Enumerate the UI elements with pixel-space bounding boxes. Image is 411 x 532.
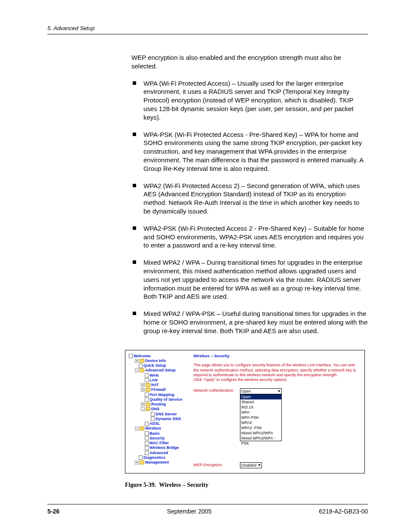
doc-icon — [139, 455, 143, 460]
tree-welcome[interactable]: Welcome — [129, 354, 182, 359]
network-auth-label: Network Authentication: — [193, 388, 240, 393]
bullet-item: Mixed WPA2 / WPA-PSK – Useful during tra… — [131, 309, 368, 335]
select-option[interactable]: 802.1X — [240, 405, 281, 410]
page-number: 5-26 — [47, 508, 59, 515]
tree-device-info[interactable]: +Device Info — [129, 359, 182, 363]
tree-security[interactable]: Security — [129, 436, 182, 441]
header-rule — [47, 34, 368, 34]
tree-adsl[interactable]: ADSL — [129, 421, 182, 426]
bullet-item: WPA (Wi-Fi Protected Access) – Usually u… — [131, 79, 368, 122]
tree-dns[interactable]: –DNS — [129, 407, 182, 411]
bullet-item: WPA2 (Wi-Fi Protected Access 2) – Second… — [131, 182, 368, 216]
folder-icon — [140, 359, 144, 363]
folder-icon — [140, 461, 144, 464]
bullet-item: WPA2-PSK (Wi-Fi Protected Access 2 - Pre… — [131, 224, 368, 250]
chevron-down-icon — [258, 464, 261, 466]
footer-rule — [47, 504, 368, 504]
tree-firewall[interactable]: +Firewall — [129, 387, 182, 392]
expand-icon[interactable]: + — [141, 383, 145, 387]
select-option[interactable]: Open — [240, 394, 281, 399]
page-footer: 5-26 September 2005 6218-A2-GB23-00 — [47, 504, 368, 515]
wep-select[interactable]: Disabled — [240, 462, 262, 468]
tree-qos[interactable]: Quality of Service — [129, 397, 182, 402]
doc-icon — [145, 446, 149, 450]
doc-icon — [145, 393, 149, 397]
tree-advanced[interactable]: Advanced — [129, 451, 182, 455]
tree-mac-filter[interactable]: MAC Filter — [129, 441, 182, 445]
select-option[interactable]: WPA2 — [240, 420, 281, 425]
doc-icon — [145, 397, 149, 402]
panel-title: Wireless -- Security — [193, 354, 361, 359]
tree-nat[interactable]: +NAT — [129, 383, 182, 387]
footer-docid: 6218-A2-GB23-00 — [319, 508, 368, 515]
nav-tree: Welcome +Device Info Quick Setup –Advanc… — [129, 354, 182, 465]
network-auth-row: Network Authentication: Open Open Shared… — [193, 388, 361, 441]
select-option[interactable]: WPA-PSK — [240, 415, 281, 420]
doc-icon — [145, 422, 149, 426]
bullet-item: Mixed WPA2 / WPA – During transitional t… — [131, 258, 368, 301]
footer-date: September 2005 — [167, 508, 212, 515]
doc-icon — [145, 378, 149, 382]
screenshot-figure: Welcome +Device Info Quick Setup –Advanc… — [125, 350, 365, 473]
expand-icon[interactable]: + — [135, 359, 139, 363]
select-option[interactable]: WPA2 -PSK — [240, 425, 281, 430]
doc-icon — [151, 412, 155, 416]
tree-wan[interactable]: WAN — [129, 373, 182, 378]
main-panel: Wireless -- Security This page allows yo… — [193, 354, 361, 442]
expand-icon[interactable]: + — [141, 402, 145, 406]
select-value[interactable]: Open — [240, 389, 281, 394]
select-option[interactable]: Mixed WPA2/WPA -PSK — [240, 436, 281, 441]
tree-advanced-setup[interactable]: –Advanced Setup — [129, 368, 182, 373]
tree-port-mapping[interactable]: Port Mapping — [129, 393, 182, 397]
doc-icon — [145, 441, 149, 445]
tree-dynamic-dns[interactable]: Dynamic DNS — [129, 417, 182, 421]
body-content: WEP encryption is also enabled and the e… — [47, 53, 368, 489]
bullet-list: WPA (Wi-Fi Protected Access) – Usually u… — [131, 79, 368, 335]
collapse-icon[interactable]: – — [135, 368, 139, 372]
tree-routing[interactable]: +Routing — [129, 402, 182, 407]
tree-lan[interactable]: LAN — [129, 378, 182, 383]
panel-description: This page allows you to configure securi… — [193, 363, 361, 382]
figure-caption: Figure 5-39. Wireless – Security — [125, 481, 368, 489]
tree-management[interactable]: +Management — [129, 460, 182, 465]
tree-diagnostics[interactable]: Diagnostics — [129, 455, 182, 460]
tree-dns-server[interactable]: DNS Server — [129, 412, 182, 417]
doc-icon — [145, 431, 149, 436]
doc-icon — [145, 451, 149, 455]
collapse-icon[interactable]: – — [135, 427, 139, 430]
doc-icon — [145, 436, 149, 440]
folder-icon — [146, 388, 150, 392]
doc-icon — [145, 373, 149, 377]
select-option[interactable]: Mixed WPA2/WPA — [240, 430, 281, 436]
folder-icon — [140, 427, 144, 430]
doc-icon — [139, 364, 143, 368]
tree-quick-setup[interactable]: Quick Setup — [129, 363, 182, 368]
folder-icon — [146, 402, 150, 406]
folder-icon — [146, 407, 150, 411]
doc-icon — [129, 354, 133, 358]
select-option[interactable]: Shared — [240, 399, 281, 405]
folder-icon — [140, 368, 144, 372]
page-header-section: 5. Advanced Setup — [47, 25, 368, 31]
figure-wrap: Welcome +Device Info Quick Setup –Advanc… — [125, 350, 368, 489]
chevron-down-icon — [278, 390, 280, 392]
select-dropdown-list: Open Shared 802.1X WPA WPA-PSK WPA2 WPA2… — [240, 394, 281, 441]
folder-icon — [146, 383, 150, 387]
doc-icon — [151, 417, 155, 421]
tree-basic[interactable]: Basic — [129, 431, 182, 436]
select-option[interactable]: WPA — [240, 410, 281, 415]
expand-icon[interactable]: + — [141, 388, 145, 392]
collapse-icon[interactable]: – — [141, 407, 145, 411]
wep-encryption-row: WEP Encryption: Disabled — [193, 462, 262, 468]
wep-label: WEP Encryption: — [193, 463, 240, 468]
tree-wireless[interactable]: –Wireless — [129, 426, 182, 431]
expand-icon[interactable]: + — [135, 461, 139, 464]
network-auth-select[interactable]: Open Open Shared 802.1X WPA WPA-PSK WPA2 — [240, 388, 282, 441]
intro-paragraph: WEP encryption is also enabled and the e… — [131, 53, 368, 71]
bullet-item: WPA-PSK (Wi-Fi Protected Access - Pre-Sh… — [131, 130, 368, 173]
tree-wireless-bridge[interactable]: Wireless Bridge — [129, 445, 182, 450]
